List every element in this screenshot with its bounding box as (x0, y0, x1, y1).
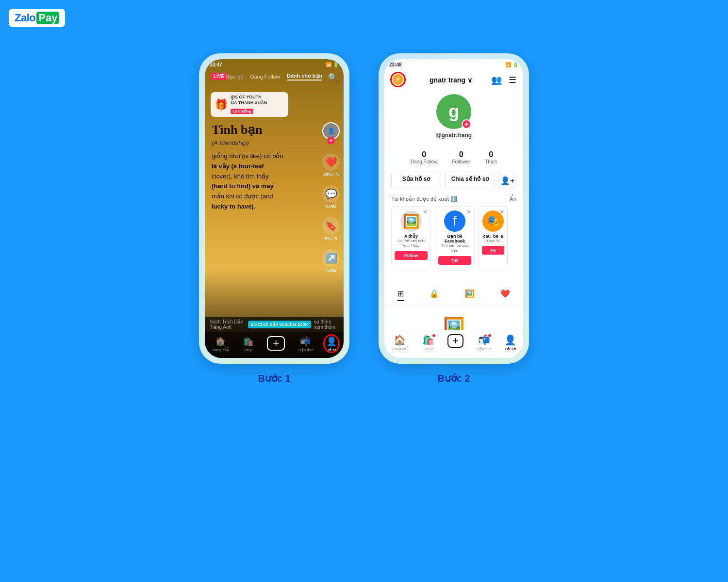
phone2-wrapper: 23:48 📶 🔋 P gnatr trang ∨ (379, 53, 529, 384)
suggest-desc-2: Tìm bạn bè của bạn (438, 243, 471, 254)
phone1-wrapper: 23:47 📶 🔋 LIVE Bạn bè Đang Follow Dành c… (199, 53, 349, 384)
suggest-follow-2[interactable]: Tìm (438, 256, 471, 265)
plus-icon: + (267, 336, 285, 351)
inbox-icon: 📬 (300, 336, 311, 347)
nav-home-label: Trang chủ (212, 348, 229, 352)
profile-actions: Sửa hồ sơ Chia sẻ hồ sơ 👤+ (384, 172, 523, 189)
suggest-desc-3: Từ các liê... (483, 239, 503, 243)
suggested-accounts: Tài khoản được đề xuất ℹ️ Ẩn ✕ 🖼️ A thủy… (384, 196, 523, 269)
source-name: Sách Trích Dẫn Tiếng Anh (210, 319, 245, 330)
nav-inbox[interactable]: 📬 Hộp thư (298, 336, 313, 352)
phone2: 23:48 📶 🔋 P gnatr trang ∨ (379, 53, 529, 364)
avatar-plus-btn[interactable]: + (462, 119, 471, 129)
pnav-shop[interactable]: 🛍️ Shop (422, 334, 434, 351)
nav-foryou[interactable]: Dành cho bạn (287, 73, 323, 81)
likes-stat: 0 Thích (485, 150, 497, 164)
add-friend-btn[interactable]: 👤+ (499, 172, 516, 189)
edit-profile-btn[interactable]: Sửa hồ sơ (391, 172, 441, 189)
step1-label: Bước 1 (258, 372, 290, 384)
suggest-name-1: A thủy (404, 234, 418, 239)
bookmark-icon: 🔖 (322, 217, 340, 235)
side-actions: 👤 + ❤️ 290,7 N 💬 5.893 🔖 (322, 122, 340, 273)
zalopay-profile-icon[interactable]: P (390, 72, 406, 87)
voucher-bar: Sách Trích Dẫn Tiếng Anh 5.5 Click Sản V… (205, 317, 344, 332)
content-subtitle: (A friendship) (212, 139, 313, 146)
phone2-inner: 23:48 📶 🔋 P gnatr trang ∨ (384, 59, 523, 358)
share-profile-btn[interactable]: Chia sẻ hồ sơ (445, 172, 495, 189)
pnav-home-icon: 🏠 (394, 334, 406, 346)
pnav-profile-icon: 👤 (504, 334, 516, 346)
content-title: Tình bạn (212, 122, 313, 137)
phone1: 23:47 📶 🔋 LIVE Bạn bè Đang Follow Dành c… (199, 53, 349, 364)
shop-icon: 🛍️ (243, 336, 253, 347)
nav-profile[interactable]: 👤 Hồ sơ (326, 336, 337, 352)
comment-icon: 💬 (322, 185, 340, 203)
suggest-card-2: ✕ f Bạn bè Facebook Tìm bạn bè của bạn T… (435, 206, 475, 269)
suggested-hide[interactable]: Ẩn (510, 196, 516, 202)
nav-shop-label: Shop (244, 348, 253, 352)
pnav-profile[interactable]: 👤 Hồ sơ (504, 334, 516, 351)
promo-card: 🎁 IDS OF YOUTHỦA THANH XUÂN có thưởng (211, 92, 288, 117)
bookmark-count: 34,7 N (325, 236, 338, 241)
tab-lock[interactable]: 🔒 (430, 289, 439, 301)
profile-navbar: 🏠 Trang chủ 🛍️ Shop + (384, 330, 523, 358)
nav-friends[interactable]: Bạn bè (226, 74, 244, 80)
pnav-shop-label: Shop (424, 347, 433, 351)
phone1-statusbar: 23:47 📶 🔋 (210, 62, 339, 67)
suggest-avatar-2: f (444, 210, 465, 232)
promo-text: IDS OF YOUTHỦA THANH XUÂN (231, 95, 267, 106)
comment-action[interactable]: 💬 5.893 (322, 185, 340, 209)
follow-plus[interactable]: + (327, 137, 335, 145)
nav-shop[interactable]: 🛍️ Shop (243, 336, 253, 352)
voucher-btn[interactable]: 5.5 Click Sản Voucher 500K (248, 321, 311, 328)
promo-icon: 🎁 (215, 98, 228, 111)
suggested-header: Tài khoản được đề xuất ℹ️ Ẩn (391, 196, 516, 202)
home-icon: 🏠 (215, 336, 226, 347)
phone1-icons: 📶 🔋 (326, 62, 339, 67)
tab-liked[interactable]: ❤️ (500, 289, 510, 301)
step2-label: Bước 2 (437, 372, 470, 384)
pnav-inbox-icon: 📬 (478, 334, 490, 346)
suggest-close-2[interactable]: ✕ (466, 209, 471, 215)
pnav-plus-icon: + (447, 334, 463, 348)
profile-header-icons: 👥 ☰ (491, 75, 516, 85)
suggest-close-3[interactable]: ✕ (499, 209, 504, 215)
tab-grid[interactable]: ⊞ (397, 289, 404, 301)
menu-icon[interactable]: ☰ (509, 75, 516, 85)
pnav-plus[interactable]: + (447, 334, 463, 351)
pnav-home[interactable]: 🏠 Trang chủ (391, 334, 409, 351)
dropdown-icon[interactable]: ∨ (467, 76, 472, 84)
friends-icon[interactable]: 👥 (491, 75, 502, 85)
pnav-inbox[interactable]: 📬 Hộp thư (477, 334, 491, 351)
bookmark-action[interactable]: 🔖 34,7 N (322, 217, 340, 241)
suggest-follow-3[interactable]: Fo (482, 246, 504, 255)
nav-home[interactable]: 🏠 Trang chủ (212, 336, 229, 352)
pnav-shop-icon: 🛍️ (422, 334, 434, 346)
phone2-statusbar: 23:48 📶 🔋 (389, 62, 518, 67)
profile-screen: 23:48 📶 🔋 P gnatr trang ∨ (384, 59, 523, 358)
suggested-title: Tài khoản được đề xuất ℹ️ (391, 196, 457, 202)
suggest-name-2: Bạn bè Facebook (438, 234, 471, 243)
avatar-action: 👤 + (322, 122, 340, 145)
phone2-icons: 📶 🔋 (505, 62, 518, 67)
promo-badge: có thưởng (231, 109, 253, 114)
tab-saved[interactable]: 🖼️ (465, 289, 475, 301)
pnav-inbox-label: Hộp thư (477, 347, 491, 351)
nav-plus[interactable]: + (267, 336, 285, 352)
voucher-more: và thăm xem thêm (314, 319, 339, 330)
pnav-profile-label: Hồ sơ (505, 347, 516, 351)
zalopay-logo: Zalo Pay (9, 9, 65, 27)
like-action[interactable]: ❤️ 290,7 N (322, 153, 340, 177)
comment-count: 5.893 (326, 204, 337, 209)
content-body: giống như (is like) cỏ bốn lá vậy (a fou… (212, 151, 313, 212)
zalopay-p-badge: P (393, 74, 403, 85)
nav-following[interactable]: Đang Follow (250, 74, 280, 80)
profile-username: gnatr trang ∨ (430, 76, 472, 84)
profile-stats: 0 Đang Follow 0 Follower 0 Thích (384, 150, 523, 164)
search-icon[interactable]: 🔍 (328, 73, 338, 82)
suggest-close-1[interactable]: ✕ (423, 209, 428, 215)
suggest-follow-1[interactable]: Follow (395, 251, 428, 260)
phone1-time: 23:47 (210, 62, 222, 67)
share-action[interactable]: ↗️ 7.862 (322, 249, 340, 273)
following-stat: 0 Đang Follow (411, 150, 438, 164)
